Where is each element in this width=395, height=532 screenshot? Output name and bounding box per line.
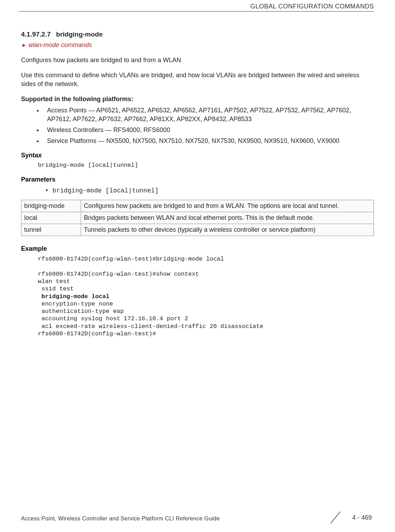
param-desc: Bridges packets between WLAN and local e… — [81, 212, 374, 224]
table-row: bridging-mode Configures how packets are… — [21, 200, 374, 212]
section-title: bridging-mode — [56, 31, 103, 38]
parameters-bullet: • bridging-mode [local|tunnel] — [45, 186, 374, 195]
param-name: bridging-mode — [21, 200, 81, 212]
syntax-heading: Syntax — [21, 151, 374, 160]
table-row: local Bridges packets between WLAN and l… — [21, 212, 374, 224]
table-row: tunnel Tunnels packets to other devices … — [21, 224, 374, 236]
list-item: Access Points — AP6521, AP6522, AP6532, … — [43, 106, 374, 124]
page-footer: Access Point, Wireless Controller and Se… — [21, 510, 374, 524]
section-number: 4.1.97.2.7 — [21, 31, 51, 38]
syntax-code: bridging-mode [local|tunnel] — [38, 161, 374, 170]
param-name: local — [21, 212, 81, 224]
header-rule — [19, 11, 374, 12]
page-content: 4.1.97.2.7 bridging-mode ▸ wlan-mode com… — [21, 30, 374, 337]
arrow-right-icon: ▸ — [22, 41, 26, 48]
param-name: tunnel — [21, 224, 81, 236]
footer-page-box: 4 - 469 — [328, 511, 374, 524]
param-desc: Tunnels packets to other devices (typica… — [81, 224, 374, 236]
list-item: Service Platforms — NX5500, NX7500, NX75… — [43, 137, 374, 145]
breadcrumb: ▸ wlan-mode commands — [21, 41, 374, 50]
breadcrumb-text: wlan-mode commands — [28, 41, 92, 48]
parameters-table: bridging-mode Configures how packets are… — [21, 200, 374, 236]
parameters-bullet-text: • bridging-mode [local|tunnel] — [45, 187, 159, 194]
parameters-heading: Parameters — [21, 175, 374, 184]
svg-line-0 — [330, 512, 340, 524]
example-heading: Example — [21, 244, 374, 253]
slash-icon — [328, 511, 346, 524]
description-para: Configures how packets are bridged to an… — [21, 56, 374, 65]
example-code: rfs6000-81742D(config-wlan-test)#bridgin… — [38, 255, 374, 337]
footer-page-number: 4 - 469 — [352, 513, 372, 522]
footer-doc-title: Access Point, Wireless Controller and Se… — [21, 515, 220, 523]
platforms-list: Access Points — AP6521, AP6522, AP6532, … — [43, 106, 374, 146]
param-desc: Configures how packets are bridged to an… — [81, 200, 374, 212]
list-item: Wireless Controllers — RFS4000, RFS6000 — [43, 126, 374, 134]
section-heading: 4.1.97.2.7 bridging-mode — [21, 30, 374, 39]
header-breadcrumb: GLOBAL CONFIGURATION COMMANDS — [250, 2, 374, 11]
description-para-2: Use this command to define which VLANs a… — [21, 71, 374, 88]
platforms-heading: Supported in the following platforms: — [21, 95, 374, 104]
